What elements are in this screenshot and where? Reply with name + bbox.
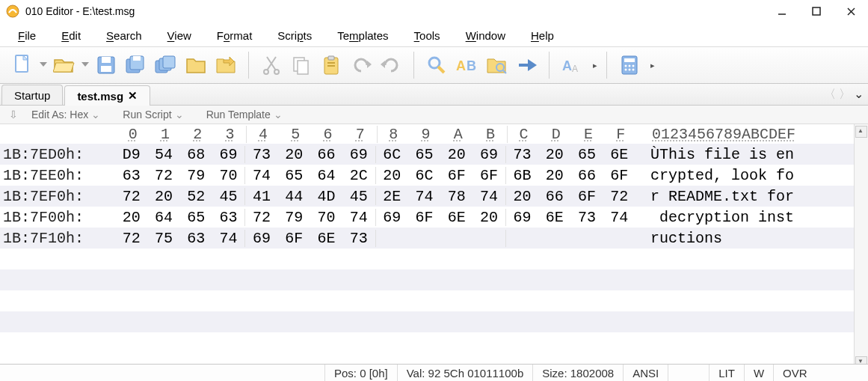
hex-byte[interactable]: [570, 230, 603, 247]
run-script-dropdown[interactable]: Run Script: [112, 109, 194, 121]
hex-byte[interactable]: 6F: [473, 167, 505, 184]
hex-byte[interactable]: 64: [310, 167, 342, 184]
hex-byte[interactable]: 6B: [505, 167, 538, 184]
hex-byte[interactable]: 6E: [440, 209, 473, 226]
menu-templates[interactable]: Templates: [333, 28, 393, 43]
hex-byte[interactable]: 6E: [310, 230, 342, 247]
save-button[interactable]: [92, 52, 120, 78]
font-button[interactable]: AA: [558, 52, 586, 78]
hex-byte[interactable]: [440, 230, 473, 247]
status-pos[interactable]: Pos: 0 [0h]: [324, 365, 397, 381]
hex-byte[interactable]: 73: [342, 230, 375, 247]
menu-help[interactable]: Help: [526, 28, 558, 43]
hex-byte[interactable]: 20: [115, 209, 147, 226]
scrollbar[interactable]: [854, 124, 868, 370]
hex-byte[interactable]: 45: [342, 188, 375, 205]
hex-byte[interactable]: 74: [342, 209, 375, 226]
hex-byte[interactable]: 68: [180, 146, 212, 163]
menu-edit[interactable]: Edit: [57, 28, 85, 43]
save-as-button[interactable]: [122, 52, 150, 78]
open-file-button[interactable]: [50, 52, 79, 78]
hex-byte[interactable]: 20: [375, 167, 408, 184]
hex-byte[interactable]: 20: [278, 146, 310, 163]
hex-byte[interactable]: 64: [147, 209, 179, 226]
scroll-up-button[interactable]: [855, 126, 867, 138]
menu-file[interactable]: File: [13, 28, 40, 43]
hex-byte[interactable]: 73: [244, 146, 277, 163]
hex-byte[interactable]: 70: [212, 167, 244, 184]
hex-byte[interactable]: 6F: [408, 209, 440, 226]
hex-byte[interactable]: 65: [408, 146, 440, 163]
find-in-files-button[interactable]: [482, 52, 511, 78]
hex-byte[interactable]: 20: [538, 146, 570, 163]
hex-byte[interactable]: 74: [212, 230, 244, 247]
cut-button[interactable]: [257, 52, 286, 78]
save-all-button[interactable]: [152, 52, 180, 78]
status-encoding[interactable]: ANSI: [623, 365, 668, 381]
copy-button[interactable]: [287, 52, 316, 78]
hex-byte[interactable]: 66: [310, 146, 342, 163]
hex-byte[interactable]: 69: [505, 209, 538, 226]
hex-byte[interactable]: 63: [212, 209, 244, 226]
status-val[interactable]: Val: 92 5Ch 01011100b: [397, 365, 533, 381]
hex-ascii[interactable]: decryption inst: [635, 209, 854, 226]
hex-byte[interactable]: [408, 230, 440, 247]
hex-byte[interactable]: 70: [310, 209, 342, 226]
hex-byte[interactable]: 54: [147, 146, 179, 163]
hex-byte[interactable]: [603, 230, 635, 247]
status-endian[interactable]: LIT: [709, 365, 744, 381]
hex-byte[interactable]: 73: [570, 209, 603, 226]
menu-window[interactable]: Window: [461, 28, 510, 43]
export-button[interactable]: [212, 52, 240, 78]
toolbar-overflow-2[interactable]: ▸: [647, 52, 659, 78]
hex-byte[interactable]: 6F: [278, 230, 310, 247]
hex-byte[interactable]: [375, 230, 408, 247]
hex-byte[interactable]: 75: [147, 230, 179, 247]
hex-byte[interactable]: 69: [473, 146, 505, 163]
hex-byte[interactable]: 44: [278, 188, 310, 205]
status-size[interactable]: Size: 1802008: [532, 365, 623, 381]
hex-byte[interactable]: D9: [115, 146, 147, 163]
hex-byte[interactable]: [538, 230, 570, 247]
hex-row[interactable]: 1B:7ED0h:D9546869732066696C6520697320656…: [0, 144, 854, 165]
menu-search[interactable]: Search: [102, 28, 147, 43]
hex-byte[interactable]: 52: [180, 188, 212, 205]
menu-view[interactable]: View: [163, 28, 196, 43]
hex-byte[interactable]: 78: [440, 188, 473, 205]
hex-byte[interactable]: 6F: [570, 188, 603, 205]
hex-ascii[interactable]: r README.txt for: [635, 188, 854, 205]
hex-byte[interactable]: 79: [278, 209, 310, 226]
calculator-button[interactable]: [615, 52, 644, 78]
hex-byte[interactable]: 20: [473, 209, 505, 226]
tab-prev-icon[interactable]: 〈: [824, 87, 836, 103]
hex-byte[interactable]: 20: [147, 188, 179, 205]
hex-byte[interactable]: 69: [375, 209, 408, 226]
run-template-dropdown[interactable]: Run Template: [196, 109, 293, 121]
hex-byte[interactable]: 73: [505, 146, 538, 163]
open-folder-button[interactable]: [182, 52, 210, 78]
hex-byte[interactable]: 74: [244, 167, 277, 184]
open-file-dropdown[interactable]: [80, 52, 90, 78]
hex-byte[interactable]: 45: [212, 188, 244, 205]
hex-ascii[interactable]: ructions: [635, 230, 854, 247]
menu-scripts[interactable]: Scripts: [273, 28, 316, 43]
status-ovr[interactable]: OVR: [773, 365, 816, 381]
collapse-icon[interactable]: ⇩: [9, 109, 19, 121]
hex-byte[interactable]: 66: [538, 188, 570, 205]
maximize-button[interactable]: [799, 0, 834, 22]
hex-byte[interactable]: 20: [538, 167, 570, 184]
new-file-dropdown[interactable]: [38, 52, 49, 78]
replace-button[interactable]: AB: [452, 52, 481, 78]
hex-ascii[interactable]: crypted, look fo: [635, 167, 854, 184]
hex-byte[interactable]: 2C: [342, 167, 375, 184]
tab-startup[interactable]: Startup: [1, 85, 63, 105]
hex-byte[interactable]: 6F: [440, 167, 473, 184]
tab-list-icon[interactable]: ⌄: [854, 87, 864, 103]
hex-byte[interactable]: 6C: [375, 146, 408, 163]
hex-byte[interactable]: 63: [115, 167, 147, 184]
hex-byte[interactable]: 65: [278, 167, 310, 184]
hex-byte[interactable]: [473, 230, 505, 247]
tab-close-icon[interactable]: ✕: [128, 89, 138, 103]
edit-as-dropdown[interactable]: Edit As: Hex: [21, 109, 111, 121]
menu-tools[interactable]: Tools: [410, 28, 445, 43]
